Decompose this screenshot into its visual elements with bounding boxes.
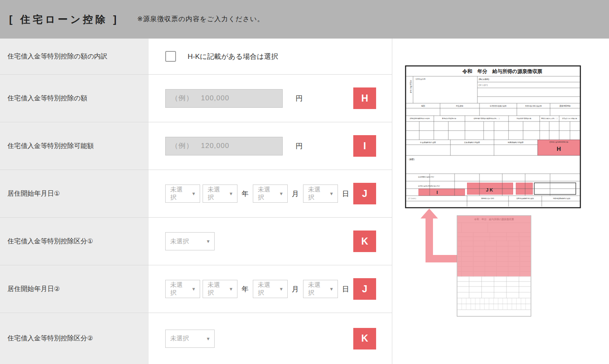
form-row-deduction-amount: 住宅借入金等特別控除の額 円 H (0, 75, 392, 122)
day-unit-label: 日 (342, 189, 349, 199)
row-label: 住宅借入金等特別控除の額 (0, 75, 149, 122)
form-row-residence-start-1: 居住開始年月日① 未選択▼ 未選択▼ 年 未選択▼ 月 未選択▼ 日 J (0, 170, 392, 218)
svg-text:J K: J K (486, 187, 493, 192)
badge-j: J (353, 183, 376, 204)
svg-text:(源泉)控除対象配偶者の有無等: (源泉)控除対象配偶者の有無等 (410, 117, 430, 119)
hk-entry-checkbox[interactable] (165, 51, 176, 62)
yen-unit-label: 円 (296, 141, 303, 151)
chevron-down-icon: ▼ (229, 191, 233, 196)
gensen-choshuhyo-thumbnail-image: 令和 年分 給与所得の源泉徴収票 (457, 215, 531, 317)
residence-start-2-month-select[interactable]: 未選択▼ (253, 280, 288, 298)
year-unit-label: 年 (242, 189, 249, 199)
svg-text:非居住者である親族の数: 非居住者である親族の数 (562, 117, 577, 119)
chevron-down-icon: ▼ (229, 286, 233, 291)
chevron-down-icon: ▼ (279, 286, 284, 291)
badge-j: J (353, 278, 376, 300)
residence-start-1-era-select[interactable]: 未選択▼ (165, 184, 200, 203)
chevron-down-icon: ▼ (191, 191, 196, 196)
residence-start-1-year-select[interactable]: 未選択▼ (203, 184, 237, 203)
row-label: 居住開始年月日② (0, 265, 149, 313)
month-unit-label: 月 (292, 284, 299, 294)
svg-text:16歳未満扶養親族の数: 16歳未満扶養親族の数 (516, 117, 531, 119)
svg-text:(受給者番号): (受給者番号) (479, 78, 489, 80)
row-label: 住宅借入金等特別控除の額の内訳 (0, 39, 149, 74)
row-label: 住宅借入金等特別控除区分① (0, 218, 149, 265)
section-header: [ 住宅ローン控除 ] ※源泉徴収票の内容をご入力ください。 (0, 0, 609, 39)
svg-text:障害者の数(本人を除く。): 障害者の数(本人を除く。) (541, 117, 558, 119)
svg-text:社会保険料等の金額: 社会保険料等の金額 (420, 141, 436, 143)
svg-text:源泉徴収税額: 源泉徴収税額 (560, 104, 571, 107)
svg-text:旧長期損害保険料の金額: 旧長期損害保険料の金額 (553, 197, 570, 199)
deduction-category-1-select[interactable]: 未選択▼ (165, 232, 215, 250)
chevron-down-icon: ▼ (191, 286, 196, 291)
chevron-down-icon: ▼ (206, 336, 210, 341)
form-row-deduction-category-1: 住宅借入金等特別控除区分① 未選択▼ K (0, 218, 392, 265)
hk-entry-checkbox-label: H-Kに記載がある場合は選択 (188, 52, 278, 61)
day-unit-label: 日 (342, 284, 349, 294)
arrow-up-icon (421, 209, 460, 263)
form-area: 住宅借入金等特別控除の額の内訳 H-Kに記載がある場合は選択 住宅借入金等特別控… (0, 39, 392, 364)
svg-text:(フリガナ): (フリガナ) (479, 84, 488, 86)
svg-text:支払を受ける者: 支払を受ける者 (410, 80, 412, 93)
gensen-choshuhyo-reference-image: 令和 年分 給与所得の源泉徴収票 (405, 65, 581, 209)
form-row-breakdown: 住宅借入金等特別控除の額の内訳 H-Kに記載がある場合は選択 (0, 39, 392, 75)
page-title: [ 住宅ローン控除 ] (9, 13, 119, 26)
month-unit-label: 月 (292, 189, 299, 199)
chevron-down-icon: ▼ (206, 239, 210, 244)
svg-text:H: H (557, 146, 561, 152)
row-label: 住宅借入金等特別控除可能額 (0, 122, 149, 170)
gensen-choshuhyo-reference-panel: 令和 年分 給与所得の源泉徴収票 (392, 39, 609, 364)
chevron-down-icon: ▼ (279, 191, 284, 196)
svg-text:令和 年分 給与所得の源泉徴収票: 令和 年分 給与所得の源泉徴収票 (462, 68, 542, 74)
residence-start-1-month-select[interactable]: 未選択▼ (253, 184, 288, 203)
residence-start-1-day-select[interactable]: 未選択▼ (303, 184, 338, 203)
badge-k: K (353, 328, 376, 349)
svg-text:住宅借入金等特別控除の額: 住宅借入金等特別控除の額 (549, 141, 568, 143)
svg-text:支払金額: 支払金額 (456, 104, 464, 107)
chevron-down-icon: ▼ (329, 286, 334, 291)
svg-text:配偶者(特別)控除の額: 配偶者(特別)控除の額 (442, 117, 456, 119)
svg-text:(摘要): (摘要) (409, 158, 415, 161)
svg-text:国民年金保険料等の金額: 国民年金保険料等の金額 (516, 197, 534, 199)
form-row-residence-start-2: 居住開始年月日② 未選択▼ 未選択▼ 年 未選択▼ 月 未選択▼ 日 J (0, 265, 392, 313)
svg-text:(フリガナ): (フリガナ) (408, 197, 416, 199)
allowable-amount-input[interactable] (165, 137, 283, 155)
page-note: ※源泉徴収票の内容をご入力ください。 (137, 15, 264, 24)
housing-loan-deduction-page: [ 住宅ローン控除 ] ※源泉徴収票の内容をご入力ください。 住宅借入金等特別控… (0, 0, 609, 364)
badge-k: K (353, 231, 376, 252)
svg-text:I: I (436, 190, 438, 195)
chevron-down-icon: ▼ (329, 191, 334, 196)
svg-text:種別: 種別 (421, 104, 426, 107)
badge-i: I (353, 135, 376, 157)
svg-text:控除対象扶養親族の数(配偶者を除く。): 控除対象扶養親族の数(配偶者を除く。) (474, 117, 499, 119)
svg-text:生命保険料の金額の内訳: 生命保険料の金額の内訳 (418, 176, 434, 178)
badge-h: H (353, 87, 376, 109)
residence-start-2-day-select[interactable]: 未選択▼ (303, 280, 338, 298)
row-label: 住宅借入金等特別控除区分② (0, 313, 149, 364)
residence-start-2-era-select[interactable]: 未選択▼ (165, 280, 200, 298)
row-label: 居住開始年月日① (0, 170, 149, 217)
form-row-allowable-amount: 住宅借入金等特別控除可能額 円 I (0, 122, 392, 170)
svg-text:住宅借入金等特別控除の額の内訳: 住宅借入金等特別控除の額の内訳 (418, 185, 440, 187)
residence-start-2-year-select[interactable]: 未選択▼ (203, 280, 237, 298)
year-unit-label: 年 (242, 284, 249, 294)
svg-text:配偶者の合計所得: 配偶者の合計所得 (482, 197, 494, 199)
deduction-category-2-select[interactable]: 未選択▼ (165, 330, 215, 348)
deduction-amount-input[interactable] (165, 89, 283, 108)
form-row-deduction-category-2: 住宅借入金等特別控除区分② 未選択▼ K (0, 313, 392, 364)
yen-unit-label: 円 (296, 94, 303, 103)
